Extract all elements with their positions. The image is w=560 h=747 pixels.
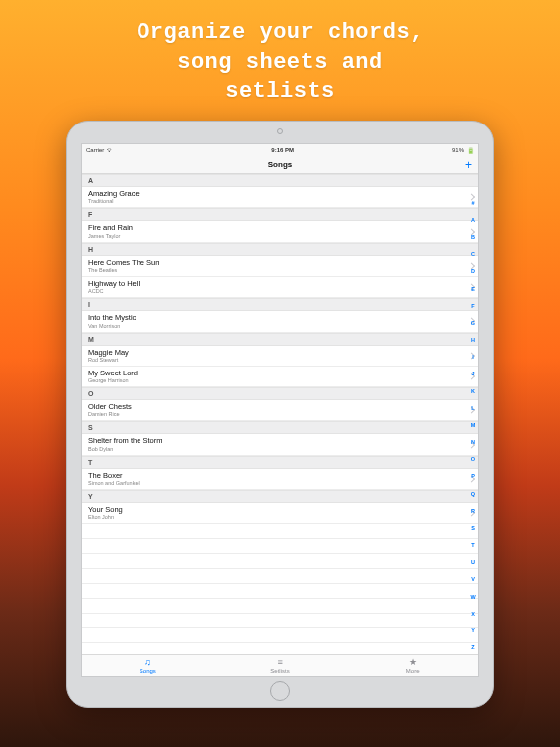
song-title: Older Chests [88,403,464,411]
song-row[interactable]: Into the MysticVan Morrison [82,311,478,332]
song-title: Fire and Rain [88,224,464,232]
section-header: T [82,456,478,469]
carrier-label: Carrier [86,147,104,153]
index-letter[interactable]: B [471,234,475,240]
setlists-icon: ≡ [277,658,282,667]
tab-label: Setlists [270,668,289,674]
index-letter[interactable]: A [471,217,475,223]
blank-row [82,554,478,569]
index-letter[interactable]: V [471,576,475,582]
home-button[interactable] [270,681,290,701]
index-letter[interactable]: X [471,611,475,617]
index-letter[interactable]: Q [471,491,475,497]
section-header: H [82,243,478,256]
song-title: Amazing Grace [88,190,464,198]
index-letter[interactable]: I [472,354,474,360]
index-letter[interactable]: # [471,200,474,206]
section-header: O [82,387,478,400]
index-letter[interactable]: M [471,422,476,428]
index-letter[interactable]: F [471,303,474,309]
blank-row [82,599,478,614]
song-artist: Elton John [88,514,464,520]
index-letter[interactable]: L [471,405,474,411]
tab-bar: ♫Songs≡Setlists★More [82,654,478,676]
tab-label: Songs [140,668,156,674]
song-row[interactable]: Here Comes The SunThe Beatles [82,256,478,277]
blank-row [82,524,478,539]
song-artist: The Beatles [88,267,464,273]
song-title: Shelter from the Storm [88,437,464,445]
song-row[interactable]: My Sweet LordGeorge Harrison [82,367,478,387]
index-letter[interactable]: R [471,508,475,514]
song-row[interactable]: Maggie MayRod Stewart [82,346,478,367]
song-row[interactable]: Highway to HellACDC [82,277,478,298]
wifi-icon: ᯤ [107,147,113,153]
hero-line-2: song sheets and [137,48,423,78]
index-letter[interactable]: E [471,286,475,292]
song-artist: Bob Dylan [88,446,464,452]
status-bar: Carrier ᯤ 9:16 PM 91% 🔋 [82,144,478,156]
song-artist: Damien Rice [88,411,464,417]
songs-list[interactable]: AAmazing GraceTraditionalFFire and RainJ… [82,174,478,654]
index-letter[interactable]: Z [471,644,474,650]
index-letter[interactable]: G [471,320,475,326]
more-icon: ★ [409,658,417,667]
song-title: The Boxer [88,472,464,480]
song-artist: Rod Stewart [88,357,464,363]
index-letter[interactable]: U [471,559,475,565]
page-title: Songs [268,160,292,169]
song-title: Highway to Hell [88,280,464,288]
tab-setlists[interactable]: ≡Setlists [214,655,347,676]
camera-dot [277,128,283,134]
blank-row [82,539,478,554]
song-artist: George Harrison [88,377,464,383]
index-letter[interactable]: K [471,388,475,394]
index-letter[interactable]: S [471,525,475,531]
index-letter[interactable]: Y [471,627,475,633]
song-artist: Van Morrison [88,323,464,329]
hero-line-3: setlists [137,77,423,107]
battery-pct: 91% [452,147,464,153]
blank-row [82,643,478,654]
section-header: F [82,208,478,221]
section-header: Y [82,490,478,503]
blank-row [82,614,478,628]
index-letter[interactable]: H [471,337,475,343]
section-header: I [82,298,478,311]
hero-headline: Organize your chords, song sheets and se… [127,0,433,121]
songs-icon: ♫ [144,658,151,667]
status-time: 9:16 PM [271,147,294,153]
section-header: M [82,333,478,346]
hero-line-1: Organize your chords, [137,18,423,48]
song-row[interactable]: The BoxerSimon and Garfunkel [82,469,478,490]
battery-icon: 🔋 [467,147,474,154]
ipad-frame: Carrier ᯤ 9:16 PM 91% 🔋 Songs + AAmazing… [66,121,494,708]
song-title: Here Comes The Sun [88,259,464,267]
section-header: A [82,174,478,187]
index-letter[interactable]: D [471,268,475,274]
song-row[interactable]: Amazing GraceTraditional [82,187,478,208]
index-letter[interactable]: T [471,542,474,548]
song-row[interactable]: Older ChestsDamien Rice [82,400,478,421]
blank-row [82,628,478,643]
index-letter[interactable]: P [471,473,475,479]
song-artist: Simon and Garfunkel [88,480,464,486]
tab-more[interactable]: ★More [346,655,478,676]
song-row[interactable]: Fire and RainJames Taylor [82,221,478,242]
song-row[interactable]: Your SongElton John [82,503,478,524]
add-button[interactable]: + [465,156,472,174]
index-letter[interactable]: J [471,371,474,376]
section-index[interactable]: #ABCDEFGHIJKLMNOPQRSTUVWXYZ [469,194,477,656]
index-letter[interactable]: W [470,594,475,600]
screen: Carrier ᯤ 9:16 PM 91% 🔋 Songs + AAmazing… [81,143,479,677]
index-letter[interactable]: N [471,439,475,445]
song-row[interactable]: Shelter from the StormBob Dylan [82,434,478,455]
tab-songs[interactable]: ♫Songs [82,655,214,676]
section-header: S [82,421,478,434]
song-title: Into the Mystic [88,314,464,322]
song-artist: Traditional [88,198,464,204]
index-letter[interactable]: C [471,251,475,257]
song-title: My Sweet Lord [88,370,464,377]
index-letter[interactable]: O [471,456,475,462]
song-title: Maggie May [88,349,464,357]
